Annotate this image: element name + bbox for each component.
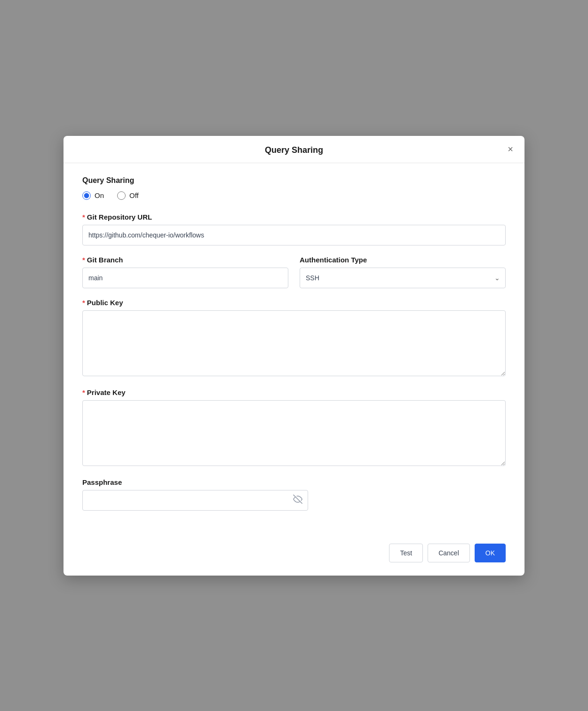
radio-on[interactable] — [82, 191, 91, 200]
two-col-branch-auth: * Git Branch Authentication Type SSH HTT… — [82, 256, 506, 288]
radio-on-label: On — [95, 191, 104, 199]
passphrase-input-wrapper — [82, 490, 308, 511]
page-overlay: Query Sharing × Query Sharing On Off — [0, 0, 588, 711]
eye-slash-icon — [293, 494, 302, 504]
public-key-label: * Public Key — [82, 299, 506, 307]
git-repo-url-input[interactable] — [82, 225, 506, 245]
close-button[interactable]: × — [506, 142, 515, 156]
modal-body: Query Sharing On Off * Git Repository UR… — [64, 163, 524, 536]
field-private-key: * Private Key — [82, 388, 506, 468]
git-branch-label: * Git Branch — [82, 256, 288, 264]
ok-button[interactable]: OK — [475, 544, 506, 562]
field-public-key: * Public Key — [82, 299, 506, 378]
passphrase-label: Passphrase — [82, 478, 506, 486]
radio-group-sharing: On Off — [82, 191, 506, 200]
field-git-repo-url: * Git Repository URL — [82, 213, 506, 245]
auth-type-select[interactable]: SSH HTTPS Token — [300, 268, 506, 288]
auth-type-label: Authentication Type — [300, 256, 506, 264]
public-key-textarea[interactable] — [82, 310, 506, 376]
radio-off[interactable] — [117, 191, 126, 200]
private-key-required-star: * — [82, 388, 85, 396]
modal-header: Query Sharing × — [64, 136, 524, 163]
modal-dialog: Query Sharing × Query Sharing On Off — [64, 136, 524, 576]
cancel-button[interactable]: Cancel — [428, 544, 470, 562]
field-passphrase: Passphrase — [82, 478, 506, 511]
git-branch-required-star: * — [82, 256, 85, 264]
field-git-branch: * Git Branch — [82, 256, 288, 288]
query-sharing-section-title: Query Sharing — [82, 176, 506, 185]
modal-footer: Test Cancel OK — [64, 536, 524, 576]
private-key-textarea[interactable] — [82, 400, 506, 466]
test-button[interactable]: Test — [389, 544, 423, 562]
auth-type-select-wrapper: SSH HTTPS Token ⌄ — [300, 268, 506, 288]
field-auth-type: Authentication Type SSH HTTPS Token ⌄ — [300, 256, 506, 288]
git-branch-input[interactable] — [82, 268, 288, 288]
private-key-label: * Private Key — [82, 388, 506, 396]
radio-option-on[interactable]: On — [82, 191, 104, 200]
radio-option-off[interactable]: Off — [117, 191, 139, 200]
git-repo-url-required-star: * — [82, 213, 85, 221]
passphrase-toggle-visibility-button[interactable] — [292, 493, 303, 507]
modal-title: Query Sharing — [265, 145, 323, 155]
passphrase-input[interactable] — [82, 490, 308, 511]
radio-off-label: Off — [129, 191, 139, 199]
git-repo-url-label: * Git Repository URL — [82, 213, 506, 221]
public-key-required-star: * — [82, 299, 85, 307]
